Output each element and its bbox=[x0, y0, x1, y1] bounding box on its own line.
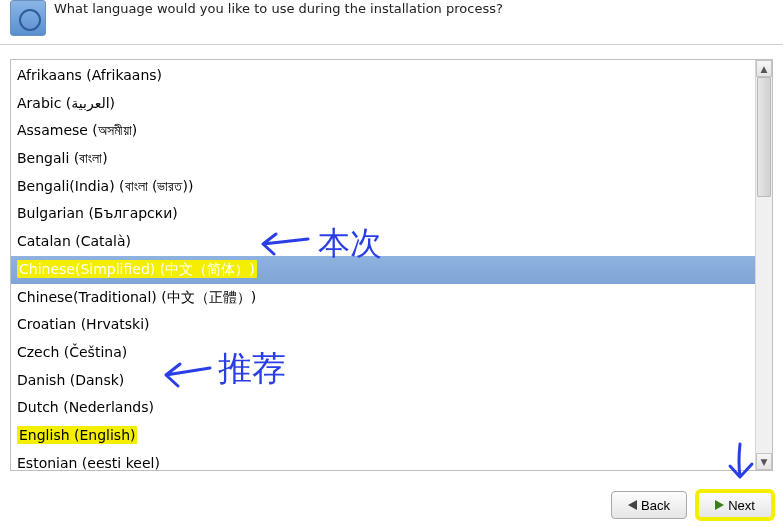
language-option[interactable]: Croatian (Hrvatski) bbox=[11, 311, 755, 339]
language-option[interactable]: Estonian (eesti keel) bbox=[11, 450, 755, 470]
language-option[interactable]: Assamese (অসমীয়া) bbox=[11, 117, 755, 145]
language-list[interactable]: Afrikaans (Afrikaans)Arabic (العربية)Ass… bbox=[11, 60, 755, 470]
footer-buttons: Back Next bbox=[611, 491, 773, 519]
next-label: Next bbox=[728, 498, 755, 513]
language-option[interactable]: Dutch (Nederlands) bbox=[11, 394, 755, 422]
language-option[interactable]: Danish (Dansk) bbox=[11, 367, 755, 395]
arrow-right-icon bbox=[715, 500, 724, 510]
language-option[interactable]: Arabic (العربية) bbox=[11, 90, 755, 118]
language-option[interactable]: Chinese(Simplified) (中文（简体）) bbox=[11, 256, 755, 284]
language-option[interactable]: Bulgarian (Български) bbox=[11, 200, 755, 228]
language-option[interactable]: Czech (Čeština) bbox=[11, 339, 755, 367]
arrow-left-icon bbox=[628, 500, 637, 510]
header: What language would you like to use duri… bbox=[0, 0, 783, 45]
language-option[interactable]: English (English) bbox=[11, 422, 755, 450]
language-option[interactable]: Chinese(Traditional) (中文（正體）) bbox=[11, 284, 755, 312]
globe-icon bbox=[10, 0, 46, 36]
header-prompt: What language would you like to use duri… bbox=[54, 0, 503, 18]
language-option[interactable]: Bengali(India) (বাংলা (ভারত)) bbox=[11, 173, 755, 201]
scrollbar[interactable]: ▲ ▼ bbox=[755, 60, 772, 470]
scroll-down-button[interactable]: ▼ bbox=[756, 453, 772, 470]
scroll-thumb[interactable] bbox=[757, 77, 771, 197]
language-list-container: Afrikaans (Afrikaans)Arabic (العربية)Ass… bbox=[10, 59, 773, 471]
back-label: Back bbox=[641, 498, 670, 513]
scroll-up-button[interactable]: ▲ bbox=[756, 60, 772, 77]
back-button[interactable]: Back bbox=[611, 491, 687, 519]
language-option[interactable]: Catalan (Català) bbox=[11, 228, 755, 256]
next-button[interactable]: Next bbox=[697, 491, 773, 519]
language-option[interactable]: Bengali (বাংলা) bbox=[11, 145, 755, 173]
language-option[interactable]: Afrikaans (Afrikaans) bbox=[11, 62, 755, 90]
